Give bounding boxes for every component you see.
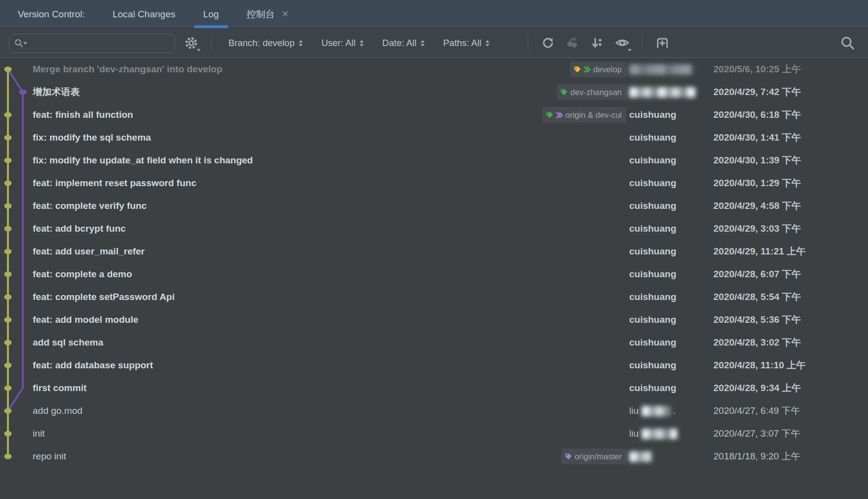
commit-row[interactable]: Merge branch 'dev-zhangsan' into develop…	[0, 58, 868, 81]
refresh-button[interactable]	[540, 35, 556, 51]
tag-icon	[545, 111, 554, 119]
commit-author: cuishuang	[629, 109, 713, 120]
commit-date: 2020/4/30, 1:41 下午	[713, 131, 868, 144]
user-filter-label: User: All	[322, 38, 356, 49]
commit-row[interactable]: fix: modify the update_at field when it …	[0, 149, 868, 172]
author-name: cuishuang	[629, 200, 676, 211]
commit-author: liu	[629, 428, 713, 439]
commit-author: cuishuang	[629, 292, 713, 302]
branch-tag-label: dev-zhangsan	[570, 88, 622, 97]
commit-row[interactable]: add go.modliu.2020/4/27, 6:49 下午	[0, 399, 868, 422]
ref-tags: origin/master	[561, 449, 626, 464]
ref-tags: develop	[570, 61, 626, 77]
paths-filter[interactable]: Paths: All	[443, 38, 489, 49]
commit-author	[629, 451, 713, 462]
branch-tag[interactable]: origin & dev-cui	[542, 107, 626, 123]
user-filter[interactable]: User: All	[322, 38, 364, 49]
commit-author: cuishuang	[629, 178, 713, 189]
settings-button[interactable]	[183, 35, 200, 51]
commit-row[interactable]: feat: add user_mail_refercuishuang2020/4…	[0, 240, 868, 263]
author-name: cuishuang	[629, 155, 676, 166]
commit-date: 2020/4/28, 6:07 下午	[713, 268, 868, 281]
commit-log-list: Merge branch 'dev-zhangsan' into develop…	[0, 58, 868, 499]
commit-message: Merge branch 'dev-zhangsan' into develop	[33, 64, 570, 75]
toolbar-separator	[211, 35, 212, 51]
commit-row[interactable]: fix: modify the sql schemacuishuang2020/…	[0, 126, 868, 149]
censored-author	[629, 451, 652, 462]
panel-title: Version Control:	[18, 9, 85, 20]
commit-row[interactable]: repo init origin/master2018/1/18, 9:20 上…	[0, 445, 868, 468]
commit-row[interactable]: feat: add model modulecuishuang2020/4/28…	[0, 308, 868, 331]
censored-author	[629, 87, 696, 98]
selected-tab-underline	[194, 25, 228, 28]
commit-author: cuishuang	[629, 132, 713, 143]
close-tab-icon[interactable]: ✕	[282, 10, 289, 18]
new-tab-plus-icon	[655, 36, 670, 50]
commit-message: feat: add bcrypt func	[33, 223, 626, 234]
commit-date: 2020/4/29, 7:42 下午	[713, 86, 868, 99]
tab-label: 控制台	[247, 8, 275, 21]
search-icon	[14, 39, 23, 48]
author-name: cuishuang	[629, 292, 676, 302]
tab-local-changes[interactable]: Local Changes	[112, 0, 175, 28]
view-options-button[interactable]	[614, 35, 631, 51]
commit-author: cuishuang	[629, 200, 713, 211]
commit-row[interactable]: feat: complete setPassword Apicuishuang2…	[0, 286, 868, 308]
tab-console[interactable]: 控制台 ✕	[247, 0, 289, 28]
commit-message: feat: add model module	[33, 314, 626, 325]
tool-window-header: Version Control: Local Changes Log 控制台 ✕	[0, 0, 868, 29]
author-suffix: .	[673, 405, 676, 416]
commit-author: cuishuang	[629, 337, 713, 348]
find-in-log-button[interactable]	[839, 35, 856, 51]
censored-author	[642, 429, 677, 439]
commit-date: 2020/4/28, 5:36 下午	[713, 313, 868, 326]
gear-icon	[184, 36, 199, 50]
commit-row[interactable]: feat: complete a democuishuang2020/4/28,…	[0, 263, 868, 286]
commit-message: feat: implement reset password func	[33, 178, 626, 189]
branch-tag[interactable]: develop	[570, 61, 626, 77]
tab-label: Log	[203, 9, 219, 20]
censored-author	[642, 406, 670, 416]
commit-author: cuishuang	[629, 223, 713, 234]
commit-date: 2020/4/29, 4:58 下午	[713, 200, 868, 212]
commit-row[interactable]: feat: complete verify funccuishuang2020/…	[0, 195, 868, 217]
commit-message: repo init	[33, 451, 561, 462]
branch-filter[interactable]: Branch: develop	[228, 38, 303, 49]
search-history-caret-icon[interactable]	[23, 42, 27, 45]
log-filters: Branch: develop User: All Date: All Path…	[219, 38, 499, 49]
branch-tag-label: develop	[593, 65, 622, 74]
filter-search-box[interactable]	[9, 34, 175, 53]
new-log-tab-button[interactable]	[654, 35, 671, 51]
commit-date: 2018/1/18, 9:20 上午	[713, 450, 868, 463]
commit-row[interactable]: initliu2020/4/27, 3:07 下午	[0, 422, 868, 445]
branch-tag[interactable]: origin/master	[561, 449, 626, 464]
commit-row[interactable]: 增加术语表 dev-zhangsan2020/4/29, 7:42 下午	[0, 81, 868, 103]
commit-date: 2020/4/28, 5:54 下午	[713, 291, 868, 303]
commit-row[interactable]: add sql schemacuishuang2020/4/28, 3:02 下…	[0, 331, 868, 354]
commit-author: cuishuang	[629, 360, 713, 371]
commit-date: 2020/5/6, 10:25 上午	[713, 63, 868, 76]
commit-row[interactable]: first commitcuishuang2020/4/28, 9:34 上午	[0, 377, 868, 399]
commit-row[interactable]: feat: finish all function origin & dev-c…	[0, 103, 868, 126]
sort-button[interactable]	[589, 35, 606, 51]
author-name: cuishuang	[629, 269, 676, 280]
dropdown-caret-icon	[628, 49, 632, 51]
commit-date: 2020/4/27, 3:07 下午	[713, 427, 868, 440]
commit-row[interactable]: feat: add bcrypt funccuishuang2020/4/29,…	[0, 217, 868, 240]
commit-author: cuishuang	[629, 269, 713, 280]
ref-tags: dev-zhangsan	[557, 84, 626, 100]
author-name: cuishuang	[629, 360, 676, 371]
commit-message: feat: complete a demo	[33, 269, 626, 280]
branch-filter-label: Branch: develop	[228, 38, 295, 49]
tab-log[interactable]: Log	[203, 0, 219, 28]
cherry-pick-button[interactable]	[564, 35, 581, 51]
date-filter[interactable]: Date: All	[382, 38, 425, 49]
commit-row[interactable]: feat: implement reset password funccuish…	[0, 172, 868, 195]
author-name: cuishuang	[629, 383, 676, 394]
search-input[interactable]	[29, 38, 169, 49]
log-toolbar: Branch: develop User: All Date: All Path…	[0, 29, 868, 58]
branch-tag[interactable]: dev-zhangsan	[557, 84, 626, 100]
commit-author: cuishuang	[629, 383, 713, 394]
commit-message: feat: finish all function	[33, 109, 542, 120]
commit-row[interactable]: feat: add database supportcuishuang2020/…	[0, 354, 868, 377]
